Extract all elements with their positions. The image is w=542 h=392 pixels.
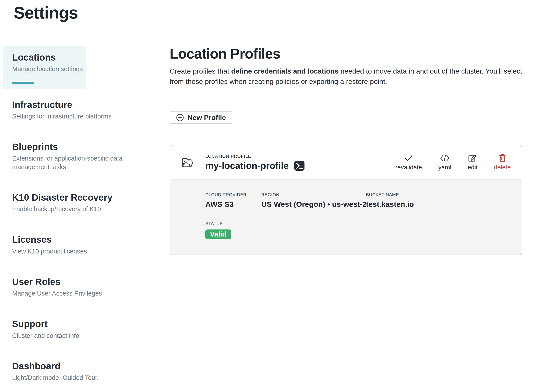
sidebar-item-subtitle: Extensions for application-specific data… [12, 154, 139, 171]
settings-sidebar: Locations Manage location settings Infra… [3, 46, 139, 392]
sidebar-item-subtitle: Settings for infrastructure platforms [12, 112, 139, 120]
sidebar-item-subtitle: View K10 product licenses [12, 247, 139, 255]
field-value: test.kasten.io [366, 200, 414, 209]
field-label: CLOUD PROVIDER [205, 192, 261, 198]
sidebar-item-title: Dashboard [12, 360, 139, 372]
check-icon [405, 154, 413, 162]
field-label: STATUS [205, 221, 511, 226]
section-description: Create profiles that define credentials … [170, 66, 526, 87]
edit-button[interactable]: edit [468, 154, 478, 171]
page-title: Settings [14, 4, 78, 22]
terminal-icon[interactable] [294, 161, 304, 171]
field-value: US West (Oregon) • us-west-2 [261, 200, 366, 209]
description-bold: define credentials and locations [231, 67, 338, 75]
sidebar-item-subtitle: Enable backup/recovery of K10 [12, 205, 139, 213]
sidebar-item-title: Locations [12, 52, 83, 63]
sidebar-item-infrastructure[interactable]: Infrastructure Settings for infrastructu… [3, 99, 139, 121]
delete-label: delete [494, 164, 511, 171]
new-profile-button[interactable]: New Profile [170, 111, 232, 124]
field-cloud-provider: CLOUD PROVIDER AWS S3 [205, 192, 261, 209]
sidebar-item-subtitle: Cluster and contact info [12, 331, 139, 340]
active-indicator-bar [12, 82, 34, 84]
plus-circle-icon [176, 114, 184, 122]
field-status: STATUS Valid [205, 221, 511, 239]
edit-label: edit [468, 164, 478, 171]
yaml-label: yaml [438, 164, 451, 171]
revalidate-button[interactable]: revalidate [395, 154, 422, 171]
field-label: BUCKET NAME [366, 192, 414, 198]
sidebar-item-title: Licenses [12, 234, 139, 245]
yaml-button[interactable]: yaml [438, 154, 451, 171]
sidebar-item-title: Support [12, 318, 139, 329]
folder-cloud-icon [181, 156, 194, 168]
sidebar-item-k10-disaster-recovery[interactable]: K10 Disaster Recovery Enable backup/reco… [3, 192, 139, 213]
sidebar-item-user-roles[interactable]: User Roles Manage User Access Privileges [3, 276, 139, 298]
profile-type-label: LOCATION PROFILE [205, 154, 304, 159]
revalidate-label: revalidate [395, 164, 422, 171]
field-label: REGION [261, 192, 366, 198]
profile-card-header: LOCATION PROFILE my-location-profile [170, 145, 522, 179]
field-region: REGION US West (Oregon) • us-west-2 [261, 192, 366, 209]
sidebar-item-subtitle: Manage location settings [12, 65, 83, 73]
location-profiles-section: Location Profiles Create profiles that d… [170, 47, 531, 255]
profile-actions: revalidate yaml [395, 154, 511, 171]
status-badge: Valid [205, 230, 231, 239]
field-bucket-name: BUCKET NAME test.kasten.io [366, 192, 414, 209]
sidebar-item-licenses[interactable]: Licenses View K10 product licenses [3, 234, 139, 255]
sidebar-item-subtitle: Manage User Access Privileges [12, 289, 139, 298]
trash-icon [499, 154, 506, 162]
field-value: AWS S3 [205, 200, 261, 209]
sidebar-item-blueprints[interactable]: Blueprints Extensions for application-sp… [3, 141, 139, 171]
sidebar-item-title: Blueprints [12, 141, 139, 152]
location-profile-card: LOCATION PROFILE my-location-profile [170, 145, 522, 255]
sidebar-item-dashboard[interactable]: Dashboard Light/Dark mode, Guided Tour. [3, 360, 139, 382]
sidebar-item-subtitle: Light/Dark mode, Guided Tour. [12, 374, 139, 382]
section-heading: Location Profiles [170, 47, 531, 61]
description-pre: Create profiles that [170, 67, 231, 75]
code-icon [440, 154, 450, 162]
sidebar-item-support[interactable]: Support Cluster and contact info [3, 318, 139, 340]
profile-card-details: CLOUD PROVIDER AWS S3 REGION US West (Or… [170, 179, 522, 255]
sidebar-item-title: User Roles [12, 276, 139, 287]
new-profile-button-label: New Profile [188, 114, 226, 122]
sidebar-item-title: Infrastructure [12, 99, 139, 110]
sidebar-item-locations[interactable]: Locations Manage location settings [3, 46, 86, 89]
delete-button[interactable]: delete [494, 154, 511, 171]
profile-name: my-location-profile [205, 161, 289, 171]
sidebar-item-title: K10 Disaster Recovery [12, 192, 139, 203]
edit-icon [468, 154, 477, 162]
